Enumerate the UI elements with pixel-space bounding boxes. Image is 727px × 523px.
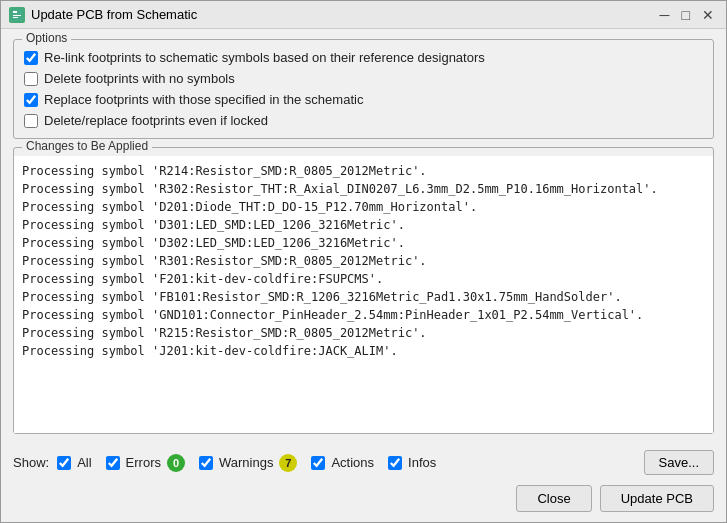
option-relink: Re-link footprints to schematic symbols … — [24, 50, 703, 65]
warnings-checkbox[interactable] — [199, 456, 213, 470]
changes-content — [14, 156, 713, 433]
delete-no-sym-label: Delete footprints with no symbols — [44, 71, 235, 86]
options-list: Re-link footprints to schematic symbols … — [24, 50, 703, 128]
all-checkbox[interactable] — [57, 456, 71, 470]
changes-textarea[interactable] — [14, 156, 713, 433]
svg-rect-1 — [13, 11, 17, 13]
delete-locked-label: Delete/replace footprints even if locked — [44, 113, 268, 128]
replace-checkbox[interactable] — [24, 93, 38, 107]
option-delete-locked: Delete/replace footprints even if locked — [24, 113, 703, 128]
changes-group: Changes to Be Applied — [13, 147, 714, 434]
svg-rect-3 — [13, 17, 18, 18]
save-button[interactable]: Save... — [644, 450, 714, 475]
errors-badge: 0 — [167, 454, 185, 472]
option-replace: Replace footprints with those specified … — [24, 92, 703, 107]
show-label: Show: — [13, 455, 49, 470]
titlebar-left: Update PCB from Schematic — [9, 7, 197, 23]
close-button[interactable]: Close — [516, 485, 591, 512]
relink-checkbox[interactable] — [24, 51, 38, 65]
infos-label: Infos — [408, 455, 436, 470]
main-window: Update PCB from Schematic ─ □ ✕ Options … — [0, 0, 727, 523]
actions-label: Actions — [331, 455, 374, 470]
replace-label: Replace footprints with those specified … — [44, 92, 363, 107]
main-content: Options Re-link footprints to schematic … — [1, 29, 726, 444]
errors-label: Errors — [126, 455, 161, 470]
maximize-button[interactable]: □ — [678, 8, 694, 22]
infos-checkbox[interactable] — [388, 456, 402, 470]
close-button[interactable]: ✕ — [698, 8, 718, 22]
changes-label: Changes to Be Applied — [22, 139, 152, 153]
titlebar-controls: ─ □ ✕ — [656, 8, 718, 22]
filter-warnings: Warnings 7 — [199, 454, 297, 472]
filter-actions: Actions — [311, 455, 374, 470]
filter-infos: Infos — [388, 455, 436, 470]
warnings-badge: 7 — [279, 454, 297, 472]
all-label: All — [77, 455, 91, 470]
filter-all: All — [57, 455, 91, 470]
delete-no-sym-checkbox[interactable] — [24, 72, 38, 86]
update-pcb-button[interactable]: Update PCB — [600, 485, 714, 512]
options-group: Options Re-link footprints to schematic … — [13, 39, 714, 139]
minimize-button[interactable]: ─ — [656, 8, 674, 22]
app-icon — [9, 7, 25, 23]
option-delete-no-sym: Delete footprints with no symbols — [24, 71, 703, 86]
bottom-bar: Show: All Errors 0 Warnings 7 Actions In… — [1, 444, 726, 485]
filter-errors: Errors 0 — [106, 454, 185, 472]
svg-rect-2 — [13, 15, 21, 16]
warnings-label: Warnings — [219, 455, 273, 470]
action-buttons: Close Update PCB — [1, 485, 726, 522]
window-title: Update PCB from Schematic — [31, 7, 197, 22]
actions-checkbox[interactable] — [311, 456, 325, 470]
titlebar: Update PCB from Schematic ─ □ ✕ — [1, 1, 726, 29]
delete-locked-checkbox[interactable] — [24, 114, 38, 128]
errors-checkbox[interactable] — [106, 456, 120, 470]
options-label: Options — [22, 31, 71, 45]
relink-label: Re-link footprints to schematic symbols … — [44, 50, 485, 65]
